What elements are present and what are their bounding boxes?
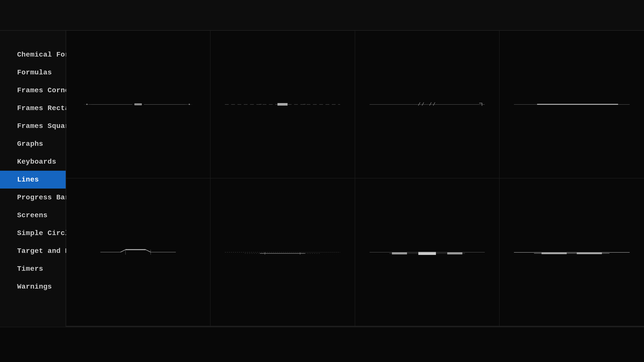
- grid-cell-1[interactable]: [66, 31, 211, 178]
- svg-line-1: [120, 250, 126, 252]
- line-variant-6: [225, 250, 340, 255]
- line-cap-right: [479, 103, 482, 106]
- top-bar: [0, 0, 644, 30]
- line-variant-1: [80, 102, 196, 107]
- sidebar-item-keyboards[interactable]: Keyboards: [0, 153, 66, 171]
- grid-cell-4[interactable]: [500, 31, 644, 178]
- line-svg-5: [80, 248, 196, 256]
- sidebar-item-chemical-formulas[interactable]: Chemical Formulas: [0, 46, 66, 64]
- line-variant-7: [370, 250, 485, 255]
- line-tick-left: [260, 104, 262, 105]
- line-tick-right: [304, 104, 306, 105]
- sidebar-item-progress-bars[interactable]: Progress Bars: [0, 189, 66, 206]
- line-variant-5: [80, 248, 196, 256]
- line-svg-6: [225, 250, 340, 257]
- bottom-bar: [0, 327, 644, 362]
- sidebar-item-frames-rectangles[interactable]: Frames Rectangles: [0, 99, 66, 117]
- line-dot-right: [189, 104, 190, 105]
- sidebar-item-target-and-points[interactable]: Target and Points: [0, 242, 66, 260]
- line-slash-marks: // //: [418, 102, 436, 107]
- svg-rect-14: [418, 252, 436, 255]
- grid-cell-6[interactable]: [211, 178, 355, 326]
- svg-rect-13: [392, 252, 407, 254]
- sidebar-item-formulas[interactable]: Formulas: [0, 64, 66, 81]
- line-variant-3: // //: [370, 102, 485, 107]
- line-variant-2: [225, 102, 340, 107]
- line-center-block: [277, 103, 288, 106]
- sidebar-item-graphs[interactable]: Graphs: [0, 135, 66, 153]
- sidebar-item-warnings[interactable]: Warnings: [0, 278, 66, 296]
- svg-rect-17: [542, 253, 567, 254]
- line-variant-8: [514, 250, 629, 255]
- content-grid: // //: [66, 31, 644, 327]
- svg-rect-15: [447, 252, 462, 254]
- sidebar-item-screens[interactable]: Screens: [0, 206, 66, 224]
- line-svg-7: [370, 250, 485, 257]
- svg-rect-18: [577, 253, 602, 254]
- sidebar-item-simple-circles[interactable]: Simple Circles: [0, 224, 66, 242]
- line-svg-8: [514, 250, 629, 257]
- line-variant-4: [514, 102, 629, 107]
- line-dot-left: [86, 104, 88, 105]
- sidebar-item-frames-corners[interactable]: Frames Corners: [0, 81, 66, 99]
- grid-cell-2[interactable]: [211, 31, 355, 178]
- grid-cell-7[interactable]: [355, 178, 500, 326]
- sidebar: Chemical Formulas Formulas Frames Corner…: [0, 31, 66, 327]
- sidebar-item-timers[interactable]: Timers: [0, 260, 66, 278]
- grid-cell-3[interactable]: // //: [355, 31, 500, 178]
- grid-cell-5[interactable]: [66, 178, 211, 326]
- main-container: Chemical Formulas Formulas Frames Corner…: [0, 30, 644, 327]
- svg-line-3: [146, 250, 151, 252]
- line-thick-segment: [537, 104, 618, 105]
- sidebar-item-frames-squares[interactable]: Frames Squares: [0, 117, 66, 135]
- grid-cell-8[interactable]: [500, 178, 644, 326]
- sidebar-item-lines[interactable]: Lines: [0, 171, 66, 189]
